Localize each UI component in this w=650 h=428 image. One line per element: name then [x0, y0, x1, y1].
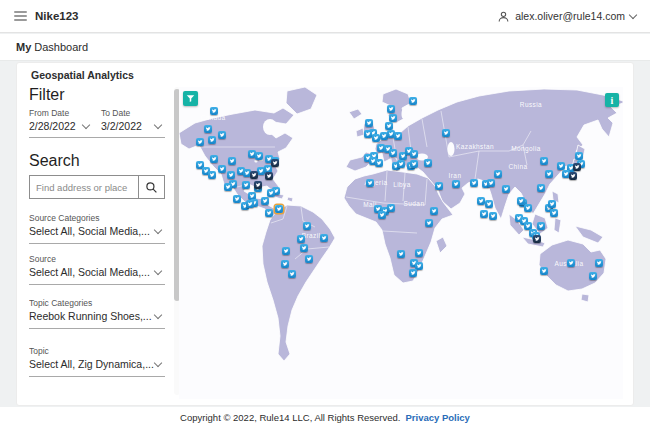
tweet-marker[interactable] [575, 152, 583, 160]
tweet-marker[interactable] [442, 129, 450, 137]
tweet-marker[interactable] [320, 234, 328, 242]
tweet-marker[interactable] [477, 197, 485, 205]
tweet-marker[interactable] [537, 222, 545, 230]
tweet-marker[interactable] [537, 184, 545, 192]
tweet-marker[interactable] [540, 267, 548, 275]
tweet-marker[interactable] [218, 131, 226, 139]
tweet-marker[interactable] [387, 105, 395, 113]
tweet-marker[interactable] [548, 200, 556, 208]
tweet-marker[interactable] [218, 165, 226, 173]
tweet-marker[interactable] [397, 160, 405, 168]
tweet-marker[interactable] [452, 180, 460, 188]
tweet-marker[interactable] [425, 219, 433, 227]
tweet-marker[interactable] [502, 185, 510, 193]
tweet-marker[interactable] [415, 249, 423, 257]
tweet-marker[interactable] [540, 157, 548, 165]
select-topic-categories[interactable]: Topic CategoriesReebok Running Shoes,... [29, 298, 165, 329]
twitter-bird-icon [373, 135, 379, 141]
map-filter-button[interactable] [183, 91, 198, 106]
tweet-marker[interactable] [227, 171, 235, 179]
tweet-marker[interactable] [569, 172, 577, 180]
tweet-marker[interactable] [372, 134, 380, 142]
tweet-marker[interactable] [196, 138, 204, 146]
tweet-marker[interactable] [297, 235, 305, 243]
tweet-marker[interactable] [210, 155, 218, 163]
from-date-field[interactable]: From Date 2/28/2022 [29, 108, 93, 132]
tweet-marker[interactable] [387, 204, 395, 212]
tweet-marker[interactable] [550, 209, 558, 217]
tweet-marker[interactable] [410, 150, 418, 158]
tweet-marker[interactable] [410, 160, 418, 168]
tweet-marker[interactable] [378, 211, 386, 219]
tweet-marker[interactable] [265, 172, 273, 180]
select-value: Select All, Social Media,... [29, 225, 150, 237]
tweet-marker[interactable] [567, 259, 575, 267]
tweet-marker[interactable] [494, 170, 502, 178]
tweet-marker[interactable] [545, 170, 553, 178]
tweet-marker[interactable] [533, 235, 541, 243]
tweet-marker[interactable] [489, 212, 497, 220]
tweet-marker[interactable] [233, 195, 241, 203]
tweet-marker[interactable] [485, 200, 493, 208]
tweet-marker[interactable] [366, 179, 374, 187]
twitter-bird-icon [490, 213, 496, 219]
privacy-policy-link[interactable]: Privacy Policy [405, 412, 469, 423]
tweet-marker[interactable] [389, 149, 397, 157]
select-label: Source Categories [29, 213, 165, 223]
tweet-marker[interactable] [389, 114, 397, 122]
tweet-marker[interactable] [589, 272, 597, 280]
tweet-marker[interactable] [261, 197, 269, 205]
map-info-button[interactable]: i [605, 93, 619, 107]
tweet-marker[interactable] [409, 269, 417, 277]
tweet-marker[interactable] [430, 207, 438, 215]
tweet-marker[interactable] [397, 250, 405, 258]
select-topic[interactable]: TopicSelect All, Zig Dynamica,... [29, 346, 165, 377]
tweet-marker[interactable] [255, 152, 263, 160]
tweet-marker[interactable] [470, 179, 478, 187]
tweet-marker[interactable] [210, 107, 218, 115]
tweet-marker[interactable] [305, 255, 313, 263]
tweet-marker-highlighted[interactable] [275, 205, 283, 213]
user-menu[interactable]: alex.oliver@rule14.com [497, 10, 636, 23]
tweet-marker[interactable] [424, 159, 432, 167]
tweet-marker[interactable] [254, 181, 262, 189]
tweet-marker[interactable] [281, 260, 289, 268]
select-source[interactable]: SourceSelect All, Social Media,... [29, 254, 165, 285]
twitter-bird-icon [234, 196, 240, 202]
tweet-marker[interactable] [228, 157, 236, 165]
filter-heading: Filter [29, 86, 165, 104]
tweet-marker[interactable] [435, 182, 443, 190]
tweet-marker[interactable] [557, 162, 565, 170]
to-date-field[interactable]: To Date 3/2/2022 [93, 108, 165, 132]
tweet-marker[interactable] [208, 136, 216, 144]
tweet-marker[interactable] [524, 204, 532, 212]
tweet-marker[interactable] [364, 130, 372, 138]
tweet-marker[interactable] [242, 181, 250, 189]
tweet-marker[interactable] [271, 159, 279, 167]
tweet-marker[interactable] [246, 200, 254, 208]
tweet-marker[interactable] [595, 259, 603, 267]
hamburger-menu-icon[interactable] [14, 11, 27, 21]
tweet-marker[interactable] [487, 179, 495, 187]
tweet-marker[interactable] [250, 171, 258, 179]
world-map[interactable]: CanadaRussiaKazakhstanMongoliaChinaIranL… [179, 87, 623, 399]
tweet-marker[interactable] [385, 122, 393, 130]
tweet-marker[interactable] [267, 189, 275, 197]
tweet-marker[interactable] [365, 119, 373, 127]
tweet-marker[interactable] [300, 244, 308, 252]
search-input[interactable] [30, 176, 138, 198]
tweet-marker[interactable] [204, 125, 212, 133]
tweet-marker[interactable] [288, 270, 296, 278]
tweet-marker[interactable] [375, 159, 383, 167]
select-source-categories[interactable]: Source CategoriesSelect All, Social Medi… [29, 213, 165, 244]
tweet-marker[interactable] [409, 97, 417, 105]
tweet-marker[interactable] [394, 132, 402, 140]
tweet-marker[interactable] [573, 163, 581, 171]
tweet-marker[interactable] [303, 222, 311, 230]
tweet-marker[interactable] [265, 209, 273, 217]
tweet-marker[interactable] [480, 210, 488, 218]
tweet-marker[interactable] [208, 171, 216, 179]
tweet-marker[interactable] [282, 247, 290, 255]
search-button[interactable] [138, 176, 164, 198]
tweet-marker[interactable] [224, 183, 232, 191]
